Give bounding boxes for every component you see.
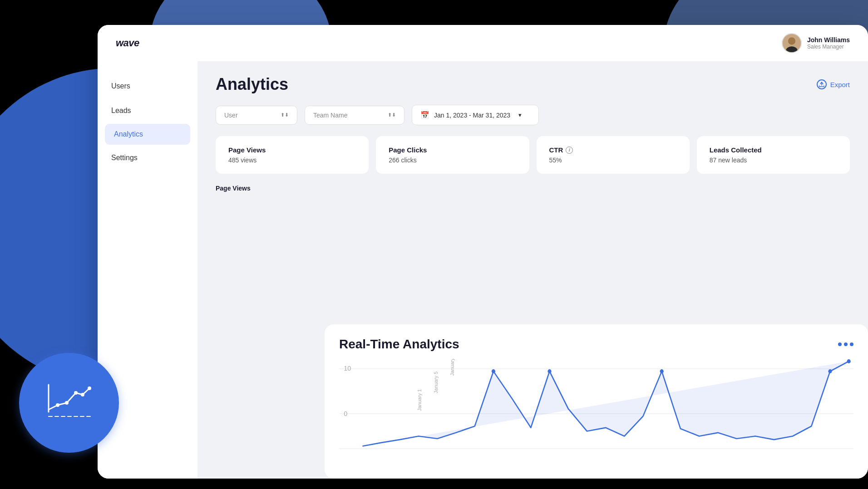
realtime-header: Real-Time Analytics	[339, 337, 853, 352]
chart-section-label: Page Views	[216, 185, 251, 192]
user-profile[interactable]: John Williams Sales Manager	[782, 33, 850, 53]
page-title: Analytics	[216, 75, 288, 94]
svg-point-38	[65, 401, 69, 405]
info-icon: i	[566, 147, 573, 154]
dot-3	[850, 342, 853, 346]
date-filter[interactable]: 📅 Jan 1, 2023 - Mar 31, 2023 ▾	[412, 105, 539, 125]
user-name: John Williams	[807, 36, 850, 44]
stat-label-page-views: Page Views	[228, 146, 356, 154]
user-info: John Williams Sales Manager	[807, 36, 850, 50]
team-filter[interactable]: Team Name ⬆⬇	[305, 106, 404, 125]
calendar-icon: 📅	[420, 111, 429, 119]
user-filter[interactable]: User ⬆⬇	[216, 106, 297, 125]
svg-point-1	[788, 37, 795, 44]
three-dots-menu[interactable]	[838, 342, 853, 346]
team-filter-arrows: ⬆⬇	[388, 112, 396, 117]
stat-value-page-clicks: 266 clicks	[389, 156, 516, 164]
realtime-card: Real-Time Analytics 10	[325, 324, 868, 479]
export-icon	[817, 79, 827, 89]
export-button[interactable]: Export	[817, 79, 850, 89]
sidebar-item-label: Analytics	[114, 130, 143, 138]
logo: wave	[116, 37, 139, 49]
stat-label-leads-collected: Leads Collected	[710, 146, 837, 154]
user-filter-label: User	[224, 112, 238, 119]
stat-label-ctr: CTR i	[549, 146, 677, 154]
sidebar-item-label: Leads	[111, 107, 131, 114]
stat-card-ctr: CTR i 55%	[537, 136, 690, 174]
section-title-row: Page Views	[216, 185, 850, 192]
svg-point-9	[547, 369, 551, 373]
stat-value-ctr: 55%	[549, 156, 677, 164]
chart-container: 10 0 January 1	[339, 359, 853, 459]
svg-text:10: 10	[344, 365, 351, 372]
team-filter-label: Team Name	[313, 112, 347, 119]
stat-value-leads-collected: 87 new leads	[710, 156, 837, 164]
avatar-image	[783, 33, 801, 53]
header: wave John Williams Sales Manager	[98, 25, 868, 61]
sidebar-item-users[interactable]: Users	[98, 75, 197, 98]
sidebar-item-leads[interactable]: Leads	[98, 99, 197, 122]
sidebar-item-settings[interactable]: Settings	[98, 147, 197, 169]
stat-card-page-views: Page Views 485 views	[216, 136, 369, 174]
chart-svg: 10 0 January 1	[339, 359, 853, 459]
sidebar-item-label: Settings	[111, 154, 138, 161]
analytics-chart-icon	[42, 380, 96, 425]
export-label: Export	[830, 81, 850, 88]
svg-point-37	[56, 403, 59, 407]
user-role: Sales Manager	[807, 44, 850, 50]
stat-card-leads-collected: Leads Collected 87 new leads	[697, 136, 850, 174]
svg-text:January 9: January 9	[450, 359, 455, 376]
stat-label-page-clicks: Page Clicks	[389, 146, 516, 154]
logo-text: wave	[116, 37, 139, 49]
main-content: Analytics Export User ⬆⬇	[197, 61, 868, 479]
sidebar-item-analytics[interactable]: Analytics	[105, 124, 190, 145]
stat-value-page-views: 485 views	[228, 156, 356, 164]
user-filter-arrows: ⬆⬇	[281, 112, 289, 117]
realtime-title: Real-Time Analytics	[339, 337, 459, 352]
date-range-label: Jan 1, 2023 - Mar 31, 2023	[434, 112, 510, 119]
svg-point-8	[492, 369, 495, 373]
stats-row: Page Views 485 views Page Clicks 266 cli…	[216, 136, 850, 174]
svg-text:0: 0	[344, 410, 347, 418]
svg-point-39	[74, 391, 78, 395]
chevron-down-icon: ▾	[518, 112, 522, 118]
sidebar-item-label: Users	[111, 82, 130, 90]
svg-point-11	[828, 369, 832, 373]
svg-point-41	[88, 386, 91, 390]
svg-point-10	[660, 369, 664, 373]
svg-text:January 5: January 5	[433, 372, 439, 393]
filter-row: User ⬆⬇ Team Name ⬆⬇ 📅 Jan 1, 2023 - Mar…	[216, 105, 850, 125]
avatar	[782, 33, 802, 53]
main-window: wave John Williams Sales Manager Users	[98, 25, 868, 479]
content-area: Users Leads Analytics Settings Analytics	[98, 61, 868, 479]
dot-2	[844, 342, 848, 346]
page-title-row: Analytics Export	[216, 75, 850, 94]
stat-card-page-clicks: Page Clicks 266 clicks	[376, 136, 529, 174]
dot-1	[838, 342, 842, 346]
svg-text:January 1: January 1	[417, 389, 422, 411]
svg-point-12	[847, 359, 851, 363]
analytics-icon-circle	[19, 353, 119, 453]
svg-point-40	[81, 393, 84, 396]
